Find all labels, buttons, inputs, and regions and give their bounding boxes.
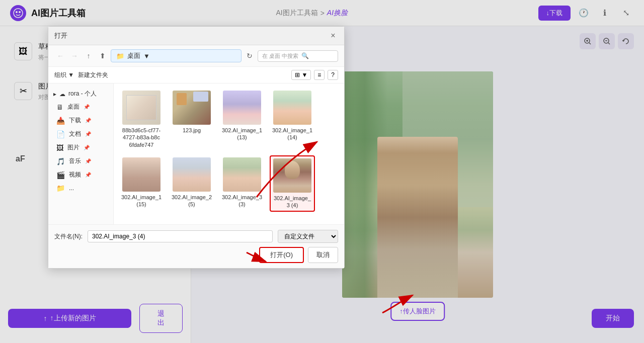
pin-icon-download: 📌 (85, 118, 91, 123)
file-thumb-0 (122, 91, 160, 125)
dialog-title: 打开 (54, 31, 67, 40)
pictures-label: 图片 (67, 143, 79, 152)
open-button[interactable]: 打开(O) (259, 247, 304, 263)
dialog-toolbar: 组织 ▼ 新建文件夹 ⊞ ▼ ≡ ? (48, 67, 344, 83)
file-thumb-2 (223, 91, 261, 125)
sidebar-item-download[interactable]: 📥 下载 📌 (48, 114, 113, 127)
pictures-icon: 🖼 (56, 144, 63, 152)
file-dialog: 打开 × ← → ↑ ⬆ 📁 桌面 ▼ ↻ 在 桌面 中搜索 🔍 组织 ▼ 新建… (48, 26, 345, 269)
nav-back-button[interactable]: ← (54, 50, 66, 62)
docs-icon: 📄 (56, 130, 65, 138)
desktop-label: 桌面 (67, 103, 79, 111)
filename-input[interactable] (88, 230, 273, 242)
file-name-6: 302.AI_image_3 (3) (221, 194, 263, 208)
nav-up-button[interactable]: ↑ (83, 50, 95, 62)
pin-icon-pictures: 📌 (84, 145, 90, 150)
file-name-2: 302.AI_image_1 (13) (221, 127, 263, 141)
nav-path-label: 桌面 (127, 51, 140, 60)
more-label: ... (69, 185, 74, 192)
toolbar-right: ⊞ ▼ ≡ ? (291, 70, 338, 80)
file-name-7: 302.AI_image_3 (4) (273, 195, 312, 209)
section-chevron: ▸ (53, 91, 56, 98)
dialog-sidebar: ▸ ☁ rora - 个人 🖥 桌面 📌 📥 下载 📌 📄 文档 (48, 83, 114, 224)
view-grid-button[interactable]: ⊞ ▼ (291, 70, 311, 80)
file-thumb-6 (223, 157, 261, 192)
file-item-0[interactable]: 88b3d6c5-cf77-4727-b83a-b8c6fdafe747 (119, 89, 164, 150)
music-icon: 🎵 (56, 157, 65, 165)
download-label: 下载 (69, 116, 81, 125)
pin-icon-desktop: 📌 (84, 104, 90, 110)
file-item-2[interactable]: 302.AI_image_1 (13) (219, 89, 265, 150)
sidebar-item-music[interactable]: 🎵 音乐 📌 (48, 154, 113, 168)
dialog-body: ▸ ☁ rora - 个人 🖥 桌面 📌 📥 下载 📌 📄 文档 (48, 83, 344, 224)
nav-forward-button[interactable]: → (68, 50, 80, 62)
nav-path-chevron: ▼ (143, 52, 150, 60)
toolbar-left: 组织 ▼ 新建文件夹 (54, 71, 108, 79)
file-thumb-4 (122, 157, 160, 192)
nav-search-box[interactable]: 在 桌面 中搜索 🔍 (258, 50, 338, 62)
sidebar-item-pictures[interactable]: 🖼 图片 📌 (48, 141, 113, 154)
dialog-bottom: 文件名(N): 自定义文件 打开(O) 取消 (48, 224, 344, 268)
file-name-4: 302.AI_image_1 (15) (121, 194, 162, 208)
pin-icon-video: 📌 (85, 172, 91, 178)
file-thumb-5 (173, 157, 211, 192)
organize-button[interactable]: 组织 ▼ (54, 71, 74, 79)
file-name-3: 302.AI_image_1 (14) (272, 127, 313, 141)
search-icon: 🔍 (301, 52, 309, 59)
dialog-titlebar: 打开 × (48, 27, 344, 45)
pin-icon-docs: 📌 (85, 131, 91, 137)
new-folder-button[interactable]: 新建文件夹 (78, 71, 108, 79)
nav-expand-button[interactable]: ⬆ (97, 50, 109, 62)
video-label: 视频 (69, 170, 81, 179)
dialog-nav: ← → ↑ ⬆ 📁 桌面 ▼ ↻ 在 桌面 中搜索 🔍 (48, 45, 344, 67)
docs-label: 文档 (69, 130, 81, 138)
file-thumb-3 (273, 91, 311, 125)
sidebar-item-video[interactable]: 🎬 视频 📌 (48, 168, 113, 182)
file-name-0: 88b3d6c5-cf77-4727-b83a-b8c6fdafe747 (122, 127, 160, 148)
nav-path-icon: 📁 (116, 52, 124, 60)
section-label: rora - 个人 (68, 90, 97, 98)
file-thumb-1 (173, 91, 211, 125)
search-placeholder-text: 在 桌面 中搜索 (262, 52, 298, 60)
sidebar-item-docs[interactable]: 📄 文档 📌 (48, 127, 113, 141)
view-list-button[interactable]: ≡ (314, 70, 325, 80)
dialog-files: 88b3d6c5-cf77-4727-b83a-b8c6fdafe747 123… (114, 83, 344, 224)
file-item-5[interactable]: 302.AI_image_2 (5) (169, 155, 214, 212)
file-item-7[interactable]: 302.AI_image_3 (4) (270, 155, 315, 212)
music-label: 音乐 (69, 157, 81, 165)
file-item-1[interactable]: 123.jpg (169, 89, 214, 150)
nav-refresh-button[interactable]: ↻ (244, 50, 256, 62)
nav-path[interactable]: 📁 桌面 ▼ (111, 49, 242, 62)
file-item-6[interactable]: 302.AI_image_3 (3) (219, 155, 265, 212)
desktop-icon: 🖥 (56, 103, 63, 111)
file-item-4[interactable]: 302.AI_image_1 (15) (119, 155, 164, 212)
sidebar-section-header[interactable]: ▸ ☁ rora - 个人 (48, 88, 113, 100)
sidebar-item-more[interactable]: 📁 ... (48, 182, 113, 195)
sidebar-item-desktop[interactable]: 🖥 桌面 📌 (48, 100, 113, 114)
cloud-icon: ☁ (59, 91, 65, 98)
help-button[interactable]: ? (328, 70, 338, 80)
filename-row: 文件名(N): 自定义文件 (54, 230, 338, 243)
dialog-close-button[interactable]: × (328, 31, 338, 41)
file-thumb-7 (273, 158, 311, 193)
dialog-overlay: 打开 × ← → ↑ ⬆ 📁 桌面 ▼ ↻ 在 桌面 中搜索 🔍 组织 ▼ 新建… (0, 0, 644, 343)
video-icon: 🎬 (56, 171, 65, 179)
filetype-select[interactable]: 自定义文件 (278, 230, 338, 243)
file-name-5: 302.AI_image_2 (5) (171, 194, 212, 208)
cancel-button[interactable]: 取消 (308, 247, 338, 263)
pin-icon-music: 📌 (85, 158, 91, 164)
file-item-3[interactable]: 302.AI_image_1 (14) (270, 89, 315, 150)
more-icon: 📁 (56, 184, 65, 192)
file-name-1: 123.jpg (183, 127, 201, 134)
download-folder-icon: 📥 (56, 117, 65, 125)
dialog-actions: 打开(O) 取消 (54, 247, 338, 263)
filename-label: 文件名(N): (54, 232, 83, 241)
